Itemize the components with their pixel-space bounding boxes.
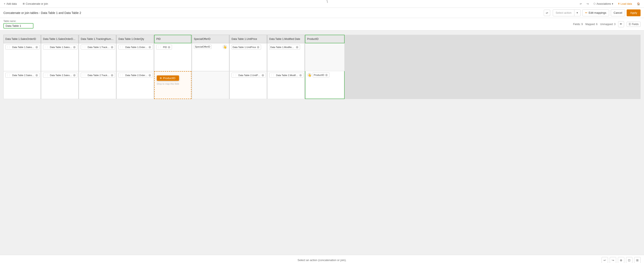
chip-close-button[interactable]: ⊗ [257, 46, 260, 49]
chip-close-button[interactable]: ⊗ [111, 46, 114, 49]
table-name-label: Table name: [4, 20, 34, 22]
undo-bottom-button[interactable]: ↩ [602, 257, 608, 263]
load-data-button[interactable]: ⬆ Load data [616, 2, 633, 6]
field-chip-lower-3: ⋮⋮ Data Table 2.Trackin... ⊗ [81, 73, 115, 78]
field-chip-upper-4: ⋮⋮ Data Table 1.OrderQty ⊗ [118, 45, 153, 50]
redo-button[interactable]: ↪ [585, 2, 590, 6]
field-chip-lower-8: ⋮⋮ Data Table 2.Modifie... ⊗ [269, 73, 304, 78]
chip-close-button[interactable]: ⊗ [299, 74, 302, 77]
drag-handle-icon[interactable]: ⋮⋮ [82, 46, 86, 48]
layout-bottom-button[interactable]: ⊞ [634, 257, 640, 263]
table-name-input[interactable] [4, 23, 34, 29]
merge-icon: ⊞ [23, 2, 25, 5]
col-upper-8: Data Table 1.Modified Date ⊗ [267, 43, 304, 71]
drag-handle-icon[interactable]: ⋮⋮ [6, 74, 11, 76]
swap-button[interactable]: ⇌ [544, 10, 550, 16]
chip-close-button[interactable]: ⊗ [35, 46, 38, 49]
column-modifieddate: Data Table 1.Modified Date Data Table 1.… [267, 35, 305, 99]
home-button[interactable]: 🏠 [636, 1, 642, 7]
productid-chip-row: 👆 ProductID ⊗ [307, 73, 330, 77]
action-icon-specialofferid[interactable]: 👆 [222, 45, 227, 49]
column-trackingnumber: Data Table 1.TrackingNumber ⋮⋮ Data Tabl… [79, 35, 116, 99]
edit-mappings-button[interactable]: ✏ Edit mappings [582, 10, 609, 16]
field-chip-upper-2: ⋮⋮ Data Table 1.SalesOrder... ⊗ [43, 45, 77, 50]
cancel-button[interactable]: Cancel [611, 10, 625, 16]
add-data-button[interactable]: + Add data [2, 2, 18, 6]
col-lower-3: ⋮⋮ Data Table 2.Trackin... ⊗ [79, 71, 116, 99]
drag-handle-icon[interactable]: ⋮⋮ [120, 74, 124, 76]
field-chip-lower-1: ⋮⋮ Data Table 2.SalesOr... ⊗ [5, 73, 40, 78]
chip-close-button[interactable]: ⊗ [296, 46, 298, 49]
visibility-toggle-button[interactable]: 👁 [618, 21, 624, 27]
undo-button[interactable]: ↩ [578, 2, 583, 6]
col-lower-pid-dropzone[interactable]: ⊞ ProductID Drop to map this field [154, 71, 192, 99]
dropdown-arrow[interactable]: ▾ [574, 10, 580, 16]
mapped-count: Mapped: 6 [585, 23, 598, 26]
table-name-area: Table name: [4, 20, 34, 29]
associations-icon: ⬡ [594, 2, 596, 5]
chip-close-button[interactable]: ⊗ [148, 46, 151, 49]
chip-close-button[interactable]: ⊗ [325, 73, 328, 77]
col-header-text: Data Table 1.SalesOrderID [5, 38, 39, 41]
field-chip-upper-7: Data Table 1.UnitPrice ⊗ [232, 45, 261, 50]
chip-close-button[interactable]: ⊗ [111, 74, 114, 77]
select-action-dropdown[interactable]: Select action ▾ [553, 10, 580, 16]
drag-handle-icon[interactable]: ⋮⋮ [6, 46, 11, 48]
grid-icon: ⊞ [160, 77, 162, 80]
drag-handle-icon[interactable]: ⋮⋮ [44, 46, 48, 48]
columns-wrapper: Data Table 1.SalesOrderID ⋮⋮ Data Table … [4, 35, 640, 99]
chip-close-button[interactable]: ⊗ [35, 74, 38, 77]
field-chip-lower-7: ⋮⋮ Data Table 2.UnitPrice ⊗ [232, 73, 266, 78]
apply-button[interactable]: Apply [627, 10, 640, 16]
concatenate-join-button[interactable]: ⊞ Concatenate or join [22, 2, 49, 6]
redo-bottom-button[interactable]: ↪ [610, 257, 616, 263]
cursor-icon-productid[interactable]: 👆 [307, 73, 312, 77]
col-lower-7: ⋮⋮ Data Table 2.UnitPrice ⊗ [230, 71, 267, 99]
col-header-modifieddate: Data Table 1.Modified Date [267, 35, 304, 43]
drag-handle-icon[interactable]: ⋮⋮ [232, 74, 237, 76]
col-header-unitprice: Data Table 1.UnitPrice [230, 35, 267, 43]
field-chip-upper-1: ⋮⋮ Data Table 1.SalesOrderID ⊗ [5, 45, 40, 50]
chip-close-button[interactable]: ⊗ [73, 74, 76, 77]
list-icon: ☰ [628, 23, 631, 26]
top-nav-right: ↩ ↪ ⬡ Associations ▾ ⬆ Load data 🏠 [578, 1, 642, 7]
drag-handle-icon[interactable]: ⋮⋮ [270, 74, 274, 76]
bottom-status-text: Select an action (concatenation or join)… [298, 258, 346, 262]
field-chip-upper-8: Data Table 1.Modified Date ⊗ [269, 45, 300, 50]
column-orderqty: Data Table 1.OrderQty ⋮⋮ Data Table 1.Or… [116, 35, 154, 99]
col-header-salesorderdetailid: Data Table 1.SalesOrderDetailID [41, 35, 78, 43]
col-upper-7: Data Table 1.UnitPrice ⊗ [230, 43, 267, 71]
field-chip-lower-4: ⋮⋮ Data Table 2.OrderQty ⊗ [118, 73, 153, 78]
drag-handle-icon[interactable]: ⋮⋮ [82, 74, 86, 76]
field-chip-lower-2: ⋮⋮ Data Table 2.SalesOr... ⊗ [43, 73, 77, 78]
col-upper-2: ⋮⋮ Data Table 1.SalesOrder... ⊗ [41, 43, 78, 71]
drag-handle-icon[interactable]: ⋮⋮ [44, 74, 48, 76]
column-pid: PID ⋮⋮ PID ⊗ ⊞ ProductID Drop to map thi… [154, 35, 192, 99]
chevron-down-icon: ▾ [612, 2, 613, 5]
sub-toolbar: Table name: Fields: 9 Mapped: 6 Unmapped… [0, 18, 644, 31]
drag-tooltip-container: ⊞ ProductID Drop to map this field [157, 76, 179, 85]
col-header-trackingnumber: Data Table 1.TrackingNumber [79, 35, 116, 43]
grid-bottom-button[interactable]: ⊡ [626, 257, 632, 263]
col-header-productid: ProductID [305, 35, 344, 43]
swap-icon: ⇌ [546, 11, 548, 15]
col-lower-productid: 👆 ProductID ⊗ [305, 71, 344, 99]
chevron-down-icon: ▾ [576, 11, 578, 14]
add-bottom-button[interactable]: ⊕ [618, 257, 624, 263]
chip-close-button[interactable]: ⊗ [262, 74, 264, 77]
home-icon: 🏠 [637, 2, 640, 5]
drag-handle-icon[interactable]: ⋮⋮ [157, 46, 162, 48]
fields-panel-button[interactable]: ☰ Fields [627, 22, 640, 27]
col-upper-salesorderid: ⋮⋮ Data Table 1.SalesOrderID ⊗ [4, 43, 41, 71]
chip-close-button[interactable]: ⊗ [168, 46, 170, 49]
chip-close-button[interactable]: ⊗ [148, 74, 151, 77]
chip-close-button[interactable]: ⊗ [73, 46, 76, 49]
fields-count: Fields: 9 [573, 23, 583, 26]
drag-handle-icon[interactable]: ⋮⋮ [120, 46, 124, 48]
col-lower-2: ⋮⋮ Data Table 2.SalesOr... ⊗ [41, 71, 78, 99]
undo-icon: ↩ [580, 2, 582, 5]
plus-icon: + [4, 2, 5, 5]
redo-icon: ↪ [586, 2, 589, 5]
associations-button[interactable]: ⬡ Associations ▾ [592, 2, 614, 6]
cursor-icon: 👆 [223, 45, 227, 49]
